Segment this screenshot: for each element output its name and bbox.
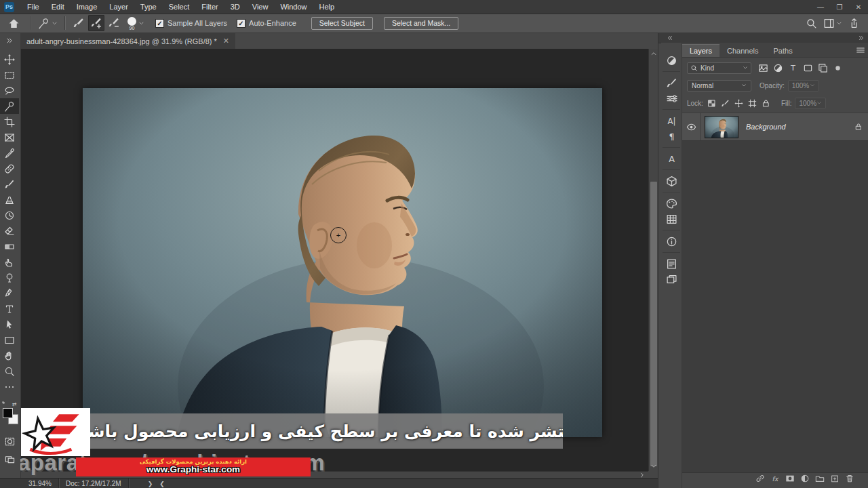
menu-window[interactable]: Window: [274, 3, 313, 11]
scroll-down-icon[interactable]: [650, 463, 657, 470]
smudge-tool[interactable]: [0, 254, 19, 270]
rectangle-tool[interactable]: [0, 332, 19, 348]
close-tab-icon[interactable]: ✕: [223, 37, 229, 45]
filter-toggle-icon[interactable]: [833, 63, 843, 73]
clone-stamp-tool[interactable]: [0, 192, 19, 207]
move-tool[interactable]: [0, 52, 19, 67]
spot-healing-tool[interactable]: [0, 161, 19, 176]
opacity-input[interactable]: 100%: [788, 80, 819, 92]
window-minimize-button[interactable]: —: [811, 3, 830, 11]
brush-tool[interactable]: [0, 176, 19, 192]
new-selection-button[interactable]: [71, 15, 87, 31]
adjustment-layer-filter-icon[interactable]: [773, 63, 783, 73]
3d-panel-button[interactable]: [663, 169, 680, 188]
search-icon[interactable]: [806, 18, 817, 29]
collapse-panels-icon[interactable]: [667, 35, 673, 41]
dodge-tool[interactable]: [0, 270, 19, 285]
properties-panel-button[interactable]: [663, 252, 680, 271]
canvas-area[interactable]: + رت رایگان منتشر شده تا معرفی بر سطح کی…: [20, 49, 648, 478]
layer-thumbnail[interactable]: [705, 116, 738, 138]
type-layer-filter-icon[interactable]: T: [788, 63, 798, 73]
menu-help[interactable]: Help: [313, 3, 341, 11]
photoshop-app-icon[interactable]: Ps: [4, 2, 14, 12]
quick-mask-button[interactable]: [0, 434, 19, 449]
quick-selection-tool[interactable]: [0, 98, 19, 114]
panel-menu-icon[interactable]: [856, 45, 865, 55]
default-colors-icon[interactable]: [2, 401, 7, 407]
workspace-icon-wrap[interactable]: [823, 18, 842, 29]
crop-tool[interactable]: [0, 114, 19, 129]
tab-paths[interactable]: Paths: [766, 45, 800, 57]
lock-artboard-icon[interactable]: [748, 99, 757, 108]
info-panel-button[interactable]: [663, 230, 680, 249]
visibility-toggle[interactable]: [682, 113, 701, 140]
brush-size-picker[interactable]: 90: [127, 16, 144, 31]
menu-layer[interactable]: Layer: [103, 3, 134, 11]
menu-view[interactable]: View: [246, 3, 275, 11]
glyphs-panel-button[interactable]: A: [663, 147, 680, 166]
subtract-from-selection-button[interactable]: [106, 15, 122, 31]
tool-presets-panel-button[interactable]: [665, 91, 678, 106]
hand-tool[interactable]: [0, 348, 19, 363]
vertical-scroll-thumb[interactable]: [650, 182, 657, 466]
menu-filter[interactable]: Filter: [195, 3, 224, 11]
delete-layer-icon[interactable]: [845, 474, 854, 483]
sample-all-layers-checkbox[interactable]: ✓Sample All Layers: [155, 19, 227, 28]
shape-layer-filter-icon[interactable]: [803, 63, 813, 73]
status-back-icon[interactable]: ❮: [159, 481, 165, 487]
lock-transparency-icon[interactable]: [707, 99, 716, 108]
color-panel-button[interactable]: [663, 192, 680, 211]
menu-edit[interactable]: Edit: [45, 3, 71, 11]
layer-style-fx-icon[interactable]: fx: [770, 474, 780, 483]
character-panel-button[interactable]: A|: [663, 109, 680, 128]
scroll-up-icon[interactable]: [650, 50, 657, 57]
screen-mode-button[interactable]: [0, 451, 19, 466]
document-size[interactable]: Doc: 17.2M/17.2M: [59, 479, 129, 488]
vertical-scrollbar[interactable]: [648, 49, 658, 471]
share-icon[interactable]: [848, 18, 860, 29]
filter-kind-dropdown[interactable]: Kind: [687, 62, 751, 74]
eyedropper-tool[interactable]: [0, 145, 19, 161]
tab-channels[interactable]: Channels: [719, 45, 766, 57]
new-group-icon[interactable]: [815, 474, 825, 483]
pen-tool[interactable]: [0, 285, 19, 301]
edit-toolbar[interactable]: [0, 379, 19, 394]
search-icon-wrap[interactable]: [806, 18, 817, 29]
fill-input[interactable]: 100%: [795, 98, 826, 109]
double-right-icon[interactable]: [5, 37, 14, 45]
marquee-tool[interactable]: [0, 67, 19, 83]
lock-pixels-icon[interactable]: [721, 99, 730, 108]
layer-comps-panel-button[interactable]: [665, 272, 678, 287]
lock-all-icon[interactable]: [762, 99, 770, 108]
expand-panels-icon[interactable]: [858, 35, 865, 41]
layer-row[interactable]: Background: [682, 113, 868, 141]
workspace-icon[interactable]: [823, 18, 835, 29]
add-mask-icon[interactable]: [785, 474, 795, 483]
gradient-tool[interactable]: [0, 239, 19, 254]
pixel-layer-filter-icon[interactable]: [758, 63, 768, 73]
menu-file[interactable]: File: [21, 3, 45, 11]
auto-enhance-checkbox[interactable]: ✓Auto-Enhance: [237, 19, 296, 28]
blend-mode-dropdown[interactable]: Normal: [687, 80, 751, 92]
window-restore-button[interactable]: ❐: [830, 3, 849, 11]
smart-object-filter-icon[interactable]: [818, 63, 828, 73]
new-adjustment-icon[interactable]: [800, 474, 810, 483]
select-and-mask-button[interactable]: Select and Mask...: [384, 17, 458, 30]
status-popup-icon[interactable]: ❯: [148, 481, 153, 487]
menu-type[interactable]: Type: [134, 3, 163, 11]
window-close-button[interactable]: ✕: [849, 3, 868, 11]
lock-position-icon[interactable]: [734, 99, 743, 108]
document-tab[interactable]: adult-angry-businessman-428364.jpg @ 31.…: [20, 33, 235, 49]
new-layer-icon[interactable]: [830, 474, 840, 483]
zoom-tool[interactable]: [0, 363, 19, 379]
eraser-tool[interactable]: [0, 223, 19, 239]
home-icon[interactable]: [8, 18, 20, 29]
brush-settings-panel-button[interactable]: [663, 71, 680, 90]
tool-preset-picker[interactable]: [36, 16, 60, 30]
zoom-level[interactable]: 31.94%: [22, 479, 59, 488]
adjustments-panel-button[interactable]: [665, 53, 678, 68]
share-icon-wrap[interactable]: [848, 18, 860, 29]
menu-select[interactable]: Select: [163, 3, 196, 11]
paragraph-panel-button[interactable]: ¶: [665, 129, 678, 144]
foreground-color-swatch[interactable]: [3, 408, 13, 418]
